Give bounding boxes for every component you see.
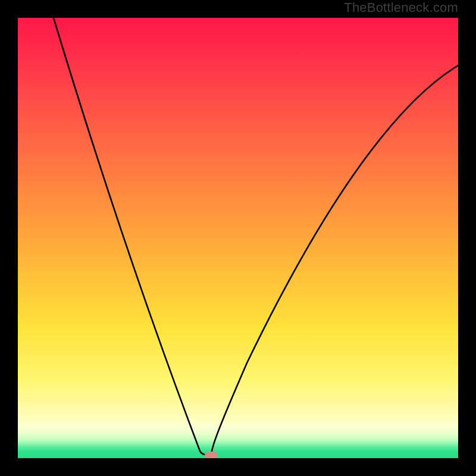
plot-area [18,18,458,458]
curve-path [54,18,458,455]
optimal-point-marker [205,452,218,458]
chart-frame: TheBottleneck.com [0,0,476,476]
watermark-label: TheBottleneck.com [344,0,458,15]
bottleneck-curve [18,18,458,458]
